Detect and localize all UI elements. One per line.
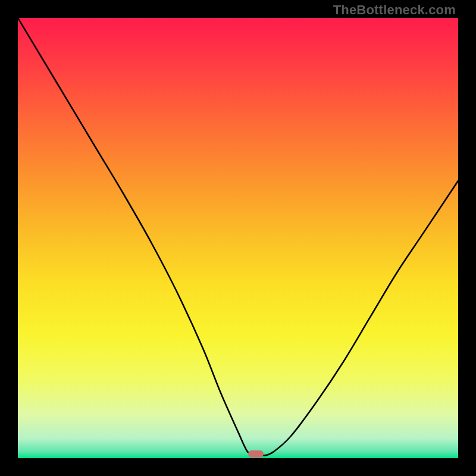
bottleneck-curve — [18, 18, 458, 456]
chart-frame: TheBottleneck.com — [0, 0, 476, 476]
curve-layer — [18, 18, 458, 458]
watermark-text: TheBottleneck.com — [333, 2, 456, 18]
plot-area — [18, 18, 458, 458]
bottleneck-marker — [248, 450, 264, 458]
